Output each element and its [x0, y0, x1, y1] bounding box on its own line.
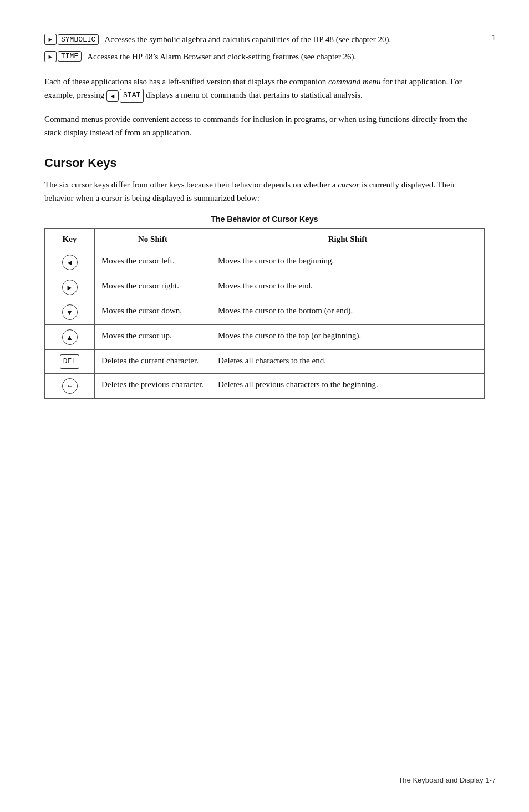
key-cell-5: ← — [45, 373, 95, 398]
key-cell-4: DEL — [45, 350, 95, 374]
key-row-time: ►TIME Accesses the HP 48’s Alarm Browser… — [44, 50, 485, 63]
key-rect-icon-4: DEL — [60, 354, 79, 369]
col-header-noshift: No Shift — [95, 228, 211, 250]
left-shift-stat-keys: ◄STAT — [106, 89, 144, 103]
right-shift-cell-5: Deletes all previous characters to the b… — [211, 373, 485, 398]
no-shift-cell-2: Moves the cursor down. — [95, 300, 211, 325]
time-key-icon: ►TIME — [44, 51, 82, 62]
table-row: DELDeletes the current character.Deletes… — [45, 350, 485, 374]
cursor-keys-heading: Cursor Keys — [44, 156, 485, 170]
footer-text: The Keyboard and Display 1-7 — [398, 776, 496, 784]
right-shift-cell-0: Moves the cursor to the beginning. — [211, 250, 485, 275]
key-row-symbolic: ►SYMBOLIC Accesses the symbolic algebra … — [44, 33, 485, 46]
right-shift-cell-2: Moves the cursor to the bottom (or end). — [211, 300, 485, 325]
key-cell-1: ► — [45, 275, 95, 300]
table-row: ►Moves the cursor right.Moves the cursor… — [45, 275, 485, 300]
page: 1 ►SYMBOLIC Accesses the symbolic algebr… — [0, 0, 529, 812]
table-row: ▲Moves the cursor up.Moves the cursor to… — [45, 325, 485, 350]
symbolic-key-box: SYMBOLIC — [58, 34, 99, 45]
symbolic-arrow-icon: ► — [44, 34, 57, 45]
no-shift-cell-1: Moves the cursor right. — [95, 275, 211, 300]
table-row: ◄Moves the cursor left.Moves the cursor … — [45, 250, 485, 275]
key-cell-3: ▲ — [45, 325, 95, 350]
symbolic-description: Accesses the symbolic algebra and calcul… — [104, 33, 391, 46]
table-header-row: Key No Shift Right Shift — [45, 228, 485, 250]
paragraph-1: Each of these applications also has a le… — [44, 75, 485, 103]
symbolic-key-icon: ►SYMBOLIC — [44, 34, 99, 45]
right-shift-cell-1: Moves the cursor to the end. — [211, 275, 485, 300]
time-description: Accesses the HP 48’s Alarm Browser and c… — [87, 50, 356, 63]
cursor-keys-table: Key No Shift Right Shift ◄Moves the curs… — [44, 228, 485, 399]
cursor-keys-intro: The six cursor keys differ from other ke… — [44, 178, 485, 205]
table-row: ▼Moves the cursor down.Moves the cursor … — [45, 300, 485, 325]
section-top: ►SYMBOLIC Accesses the symbolic algebra … — [44, 33, 485, 63]
no-shift-cell-4: Deletes the current character. — [95, 350, 211, 374]
col-header-rightshift: Right Shift — [211, 228, 485, 250]
key-circle-icon-2: ▼ — [62, 304, 78, 320]
right-shift-cell-4: Deletes all characters to the end. — [211, 350, 485, 374]
key-cell-0: ◄ — [45, 250, 95, 275]
no-shift-cell-3: Moves the cursor up. — [95, 325, 211, 350]
time-arrow-icon: ► — [44, 51, 57, 62]
key-circle-icon-0: ◄ — [62, 255, 78, 270]
key-circle-icon-5: ← — [62, 378, 78, 394]
paragraph-2: Command menus provide convenient access … — [44, 113, 485, 139]
right-shift-cell-3: Moves the cursor to the top (or beginnin… — [211, 325, 485, 350]
key-cell-2: ▼ — [45, 300, 95, 325]
time-key-box: TIME — [58, 51, 82, 62]
stat-key-box: STAT — [120, 89, 144, 103]
page-number: 1 — [492, 33, 496, 43]
no-shift-cell-5: Deletes the previous character. — [95, 373, 211, 398]
key-circle-icon-3: ▲ — [62, 329, 78, 345]
table-title: The Behavior of Cursor Keys — [44, 215, 485, 224]
no-shift-cell-0: Moves the cursor left. — [95, 250, 211, 275]
left-shift-icon: ◄ — [106, 90, 119, 101]
table-row: ←Deletes the previous character.Deletes … — [45, 373, 485, 398]
col-header-key: Key — [45, 228, 95, 250]
key-circle-icon-1: ► — [62, 280, 78, 295]
